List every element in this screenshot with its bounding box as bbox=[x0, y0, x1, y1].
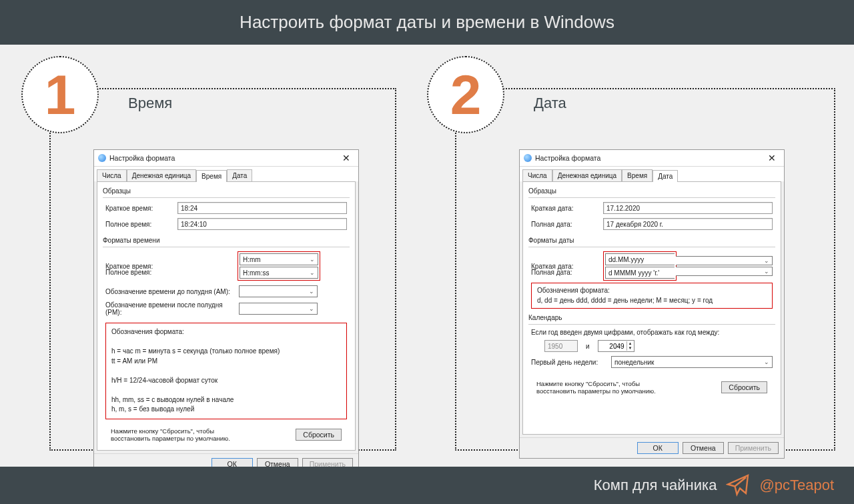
format-legend: Обозначения формата: d, dd = день ddd, d… bbox=[531, 283, 773, 309]
year-to-spinner[interactable]: ▲▼ bbox=[598, 340, 634, 352]
and-label: и bbox=[586, 343, 590, 350]
short-date-label: Краткая дата: bbox=[531, 205, 603, 212]
dialog-titlebar[interactable]: Настройка формата ✕ bbox=[94, 150, 358, 167]
tab-currency[interactable]: Денежная единица bbox=[127, 169, 196, 181]
fmt-long-label: Полное время: bbox=[105, 269, 177, 276]
long-date-format-combo[interactable]: d MMMM yyyy 'г.' bbox=[605, 267, 675, 279]
long-date-sample: 17 декабря 2020 г. bbox=[603, 218, 773, 230]
formats-title: Форматы даты bbox=[528, 237, 775, 244]
legend-line: h = час m = минута s = секунда (только п… bbox=[111, 347, 341, 357]
chevron-down-icon: ⌄ bbox=[764, 268, 769, 275]
globe-icon bbox=[524, 154, 532, 162]
long-time-sample: 18:24:10 bbox=[177, 218, 347, 230]
am-label: Обозначение времени до полудня (AM): bbox=[105, 288, 239, 295]
tab-bar: Числа Денежная единица Время Дата bbox=[520, 167, 784, 181]
tab-time[interactable]: Время bbox=[622, 169, 653, 181]
dialog-title-text: Настройка формата bbox=[535, 154, 600, 162]
footer-text: Комп для чайника bbox=[594, 477, 717, 494]
short-time-sample: 18:24 bbox=[177, 202, 347, 214]
formats-title: Форматы времени bbox=[103, 237, 350, 244]
legend-line: hh, mm, ss = с выводом нулей в начале bbox=[111, 395, 341, 405]
spin-up-icon[interactable]: ▲ bbox=[626, 341, 634, 346]
highlighted-short-time-format: H:mm⌄ H:mm:ss⌄ bbox=[238, 251, 320, 281]
tab-date[interactable]: Дата bbox=[227, 169, 252, 181]
dialog-date: Настройка формата ✕ Числа Денежная едини… bbox=[519, 149, 785, 459]
reset-button[interactable]: Сбросить bbox=[721, 381, 767, 393]
tab-time[interactable]: Время bbox=[196, 170, 227, 182]
step-1-title: Время bbox=[128, 95, 172, 112]
close-icon[interactable]: ✕ bbox=[764, 153, 780, 163]
year-from: 1950 bbox=[544, 340, 578, 352]
step-1: 1 Время Настройка формата ✕ Числа Денежн… bbox=[21, 55, 395, 452]
year-to-input[interactable] bbox=[598, 343, 626, 350]
spin-down-icon[interactable]: ▼ bbox=[626, 346, 634, 351]
firstday-combo[interactable]: понедельник⌄ bbox=[611, 356, 773, 368]
page-title: Настроить формат даты и времени в Window… bbox=[0, 0, 854, 45]
dialog-time: Настройка формата ✕ Числа Денежная едини… bbox=[93, 149, 359, 475]
step-2-number: 2 bbox=[450, 67, 482, 123]
step-2-title: Дата bbox=[534, 95, 566, 112]
short-date-format-combo[interactable]: dd.MM.yyyy bbox=[605, 253, 675, 265]
tab-date[interactable]: Дата bbox=[653, 170, 678, 182]
tab-pane-time: Образцы Краткое время: 18:24 Полное врем… bbox=[97, 181, 356, 451]
footer-handle[interactable]: @pcTeapot bbox=[759, 477, 834, 494]
long-date-label: Полная дата: bbox=[531, 221, 603, 228]
step-2: 2 Дата Настройка формата ✕ Числа Денежна… bbox=[427, 55, 834, 452]
short-time-label: Краткое время: bbox=[105, 205, 177, 212]
reset-hint: Нажмите кнопку "Сбросить", чтобы восстан… bbox=[111, 427, 244, 442]
calendar-title: Календарь bbox=[528, 314, 775, 321]
legend-title: Обозначения формата: bbox=[537, 286, 767, 296]
step-1-number: 1 bbox=[45, 67, 76, 123]
pm-combo[interactable]: ⌄ bbox=[239, 303, 318, 315]
format-legend: Обозначения формата: h = час m = минута … bbox=[105, 323, 347, 419]
cancel-button[interactable]: Отмена bbox=[683, 442, 724, 454]
legend-line: h, m, s = без вывода нулей bbox=[111, 405, 341, 415]
samples-title: Образцы bbox=[103, 187, 350, 195]
long-time-format-combo[interactable]: H:mm:ss⌄ bbox=[240, 267, 318, 279]
tab-bar: Числа Денежная единица Время Дата bbox=[94, 167, 358, 181]
tab-currency[interactable]: Денежная единица bbox=[552, 169, 622, 181]
legend-title: Обозначения формата: bbox=[111, 327, 341, 337]
short-date-sample: 17.12.2020 bbox=[603, 202, 773, 214]
chevron-down-icon: ⌄ bbox=[309, 288, 314, 295]
step-2-badge: 2 bbox=[427, 56, 504, 133]
close-icon[interactable]: ✕ bbox=[338, 153, 354, 163]
tab-numbers[interactable]: Числа bbox=[522, 169, 552, 181]
fmt-long-label: Полная дата: bbox=[531, 269, 603, 276]
chevron-down-icon: ⌄ bbox=[764, 257, 769, 264]
reset-button[interactable]: Сбросить bbox=[296, 429, 342, 441]
ok-button[interactable]: ОК bbox=[637, 442, 679, 454]
chevron-down-icon: ⌄ bbox=[310, 256, 315, 263]
globe-icon bbox=[98, 154, 106, 162]
chevron-down-icon: ⌄ bbox=[309, 305, 314, 312]
firstday-label: Первый день недели: bbox=[531, 359, 611, 366]
highlighted-date-formats: dd.MM.yyyy d MMMM yyyy 'г.' bbox=[603, 251, 677, 281]
chevron-down-icon: ⌄ bbox=[764, 359, 769, 365]
dialog-title-text: Настройка формата bbox=[109, 154, 175, 162]
tab-numbers[interactable]: Числа bbox=[97, 169, 127, 181]
reset-hint: Нажмите кнопку "Сбросить", чтобы восстан… bbox=[536, 380, 670, 395]
legend-line: h/H = 12/24-часовой формат суток bbox=[111, 376, 341, 386]
step-1-badge: 1 bbox=[21, 56, 99, 133]
short-time-format-combo[interactable]: H:mm⌄ bbox=[240, 253, 318, 265]
tab-pane-date: Образцы Краткая дата: 17.12.2020 Полная … bbox=[522, 181, 781, 435]
samples-title: Образцы bbox=[528, 187, 775, 195]
legend-line: tt = AM или PM bbox=[111, 357, 341, 367]
long-time-label: Полное время: bbox=[105, 221, 177, 228]
dialog-titlebar[interactable]: Настройка формата ✕ bbox=[520, 150, 784, 167]
apply-button[interactable]: Применить bbox=[728, 442, 779, 454]
chevron-down-icon: ⌄ bbox=[310, 269, 315, 276]
telegram-icon bbox=[726, 473, 750, 497]
calendar-hint: Если год введен двумя цифрами, отображат… bbox=[531, 329, 773, 336]
legend-line: d, dd = день ddd, dddd = день недели; M … bbox=[537, 296, 767, 306]
footer: Комп для чайника @pcTeapot bbox=[0, 467, 854, 504]
am-combo[interactable]: ⌄ bbox=[239, 285, 318, 297]
pm-label: Обозначение времени после полудня (PM): bbox=[105, 301, 239, 316]
